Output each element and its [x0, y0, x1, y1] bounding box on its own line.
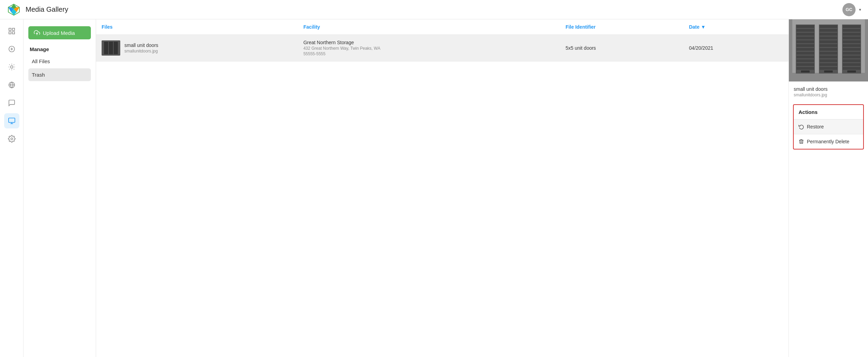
- svg-rect-14: [8, 118, 15, 123]
- svg-rect-45: [820, 59, 837, 62]
- svg-rect-59: [843, 59, 860, 62]
- svg-rect-23: [796, 29, 814, 32]
- svg-rect-57: [843, 52, 860, 55]
- col-file-identifier[interactable]: File Identifier: [560, 19, 683, 35]
- sidebar-item-globe[interactable]: [4, 77, 19, 93]
- svg-rect-43: [820, 52, 837, 55]
- svg-rect-25: [796, 37, 814, 39]
- detail-file-name: small unit doors: [794, 86, 863, 92]
- svg-rect-47: [820, 67, 837, 70]
- date-cell: 04/20/2021: [683, 35, 789, 61]
- upload-media-button[interactable]: Upload Media: [28, 26, 91, 39]
- svg-rect-34: [801, 70, 810, 73]
- chevron-down-icon[interactable]: ▾: [859, 7, 861, 12]
- svg-rect-29: [796, 52, 814, 55]
- detail-meta: small unit doors smallunitdoors.jpg: [789, 81, 868, 101]
- sidebar-item-grid[interactable]: [4, 23, 19, 39]
- detail-image: [789, 19, 868, 81]
- svg-rect-53: [843, 37, 860, 39]
- svg-rect-46: [820, 63, 837, 66]
- svg-rect-48: [824, 70, 833, 73]
- svg-rect-36: [820, 25, 837, 28]
- svg-rect-52: [843, 33, 860, 36]
- sidebar-item-chat[interactable]: [4, 95, 19, 110]
- logo-icon: [7, 3, 21, 17]
- svg-rect-54: [843, 40, 860, 43]
- nav-item-all-files[interactable]: All Files: [28, 55, 91, 68]
- svg-rect-6: [12, 28, 14, 30]
- svg-rect-62: [847, 70, 856, 73]
- table-row[interactable]: small unit doors smallunitdoors.jpg Grea…: [96, 35, 789, 61]
- svg-rect-39: [820, 37, 837, 39]
- svg-rect-56: [843, 48, 860, 51]
- col-facility[interactable]: Facility: [298, 19, 560, 35]
- svg-rect-40: [820, 40, 837, 43]
- svg-rect-5: [9, 28, 11, 30]
- svg-rect-44: [820, 56, 837, 58]
- header-right: GC ▾: [842, 3, 861, 16]
- svg-rect-7: [9, 32, 11, 34]
- sidebar-item-media[interactable]: [4, 113, 19, 128]
- actions-title: Actions: [794, 105, 863, 119]
- svg-rect-38: [820, 33, 837, 36]
- sidebar-item-design[interactable]: [4, 59, 19, 75]
- file-info: small unit doors smallunitdoors.jpg: [124, 42, 158, 54]
- svg-rect-22: [796, 25, 814, 28]
- file-thumbnail: [102, 40, 120, 56]
- header: Media Gallery GC ▾: [0, 0, 868, 19]
- svg-rect-60: [843, 63, 860, 66]
- icon-sidebar: [0, 19, 23, 357]
- col-date[interactable]: Date ▼: [683, 19, 789, 35]
- detail-filename: smallunitdoors.jpg: [794, 93, 863, 97]
- avatar[interactable]: GC: [842, 3, 856, 16]
- nav-item-trash[interactable]: Trash: [28, 68, 91, 81]
- svg-rect-41: [820, 44, 837, 47]
- svg-rect-30: [796, 56, 814, 58]
- svg-rect-33: [796, 67, 814, 70]
- svg-rect-37: [820, 29, 837, 32]
- sidebar-item-settings[interactable]: [4, 131, 19, 146]
- svg-rect-55: [843, 44, 860, 47]
- svg-point-17: [11, 138, 13, 140]
- file-identifier-cell: 5x5 unit doors: [560, 35, 683, 61]
- svg-rect-24: [796, 33, 814, 36]
- header-left: Media Gallery: [7, 3, 68, 17]
- detail-panel: small unit doors smallunitdoors.jpg Acti…: [789, 19, 868, 357]
- facility-cell: Great Northern Storage 432 Great Norther…: [298, 35, 560, 61]
- trash-icon: [799, 139, 804, 144]
- actions-box: Actions Restore Permanently Delete: [793, 104, 864, 149]
- sort-desc-icon: ▼: [701, 24, 706, 30]
- file-cell: small unit doors smallunitdoors.jpg: [102, 40, 292, 56]
- nav-sidebar: Upload Media Manage All Files Trash: [23, 19, 96, 357]
- sidebar-item-add[interactable]: [4, 41, 19, 57]
- svg-rect-31: [796, 59, 814, 62]
- svg-rect-26: [796, 40, 814, 43]
- svg-rect-50: [843, 25, 860, 28]
- svg-rect-28: [796, 48, 814, 51]
- file-table: Files Facility File Identifier Date ▼: [96, 19, 789, 61]
- svg-rect-27: [796, 44, 814, 47]
- col-files[interactable]: Files: [96, 19, 298, 35]
- permanently-delete-action[interactable]: Permanently Delete: [794, 134, 863, 149]
- restore-action[interactable]: Restore: [794, 119, 863, 134]
- svg-rect-20: [792, 73, 865, 81]
- restore-icon: [799, 124, 804, 129]
- svg-rect-8: [12, 32, 14, 34]
- svg-rect-58: [843, 56, 860, 58]
- svg-rect-42: [820, 48, 837, 51]
- svg-rect-61: [843, 67, 860, 70]
- content-area: Files Facility File Identifier Date ▼: [96, 19, 789, 357]
- detail-image-svg: [792, 19, 865, 81]
- page-title: Media Gallery: [26, 6, 68, 13]
- svg-point-12: [10, 66, 13, 68]
- main-body: Upload Media Manage All Files Trash File…: [0, 19, 868, 357]
- svg-rect-51: [843, 29, 860, 32]
- svg-rect-32: [796, 63, 814, 66]
- manage-label: Manage: [28, 46, 91, 52]
- upload-icon: [34, 30, 40, 36]
